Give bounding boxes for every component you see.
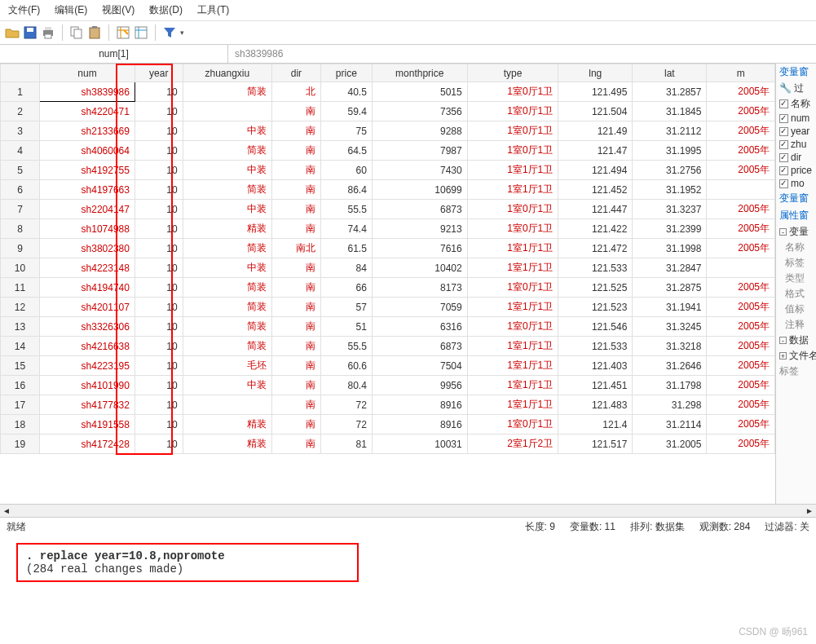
filename-node[interactable]: +文件名 — [776, 348, 816, 364]
cell-m[interactable]: 2005年 — [707, 395, 775, 415]
cell-lat[interactable]: 31.1998 — [633, 239, 707, 258]
col-header-lat[interactable]: lat — [633, 64, 707, 82]
cell-zhuangxiu[interactable]: 中装 — [183, 258, 271, 278]
filter-icon[interactable] — [162, 25, 177, 40]
cell-type[interactable]: 1室0厅1卫 — [467, 219, 558, 239]
cell-m[interactable]: 2005年 — [707, 356, 775, 376]
cell-type[interactable]: 1室1厅1卫 — [467, 337, 558, 356]
cell-price[interactable]: 55.5 — [320, 337, 372, 356]
cell-price[interactable]: 72 — [320, 415, 372, 434]
cell-type[interactable]: 1室0厅1卫 — [467, 82, 558, 102]
cell-lng[interactable]: 121.525 — [558, 278, 633, 298]
cell-monthprice[interactable]: 7059 — [372, 298, 467, 317]
row-number[interactable]: 11 — [1, 278, 40, 298]
paste-icon[interactable] — [87, 25, 102, 40]
print-icon[interactable] — [41, 25, 55, 40]
row-number[interactable]: 19 — [1, 434, 40, 454]
cell-zhuangxiu[interactable]: 简装 — [183, 317, 271, 337]
save-icon[interactable] — [23, 25, 37, 40]
cell-lng[interactable]: 121.533 — [558, 258, 633, 278]
row-number[interactable]: 8 — [1, 219, 40, 239]
cell-m[interactable]: 2005年 — [707, 239, 775, 258]
cell-price[interactable]: 60.6 — [320, 356, 372, 376]
cell-price[interactable]: 55.5 — [320, 200, 372, 219]
cell-num[interactable]: sh2133669 — [40, 121, 135, 141]
cell-year[interactable]: 10 — [135, 337, 183, 356]
data-editor-icon[interactable] — [116, 25, 130, 40]
cell-year[interactable]: 10 — [135, 258, 183, 278]
cell-num[interactable]: sh1074988 — [40, 219, 135, 239]
cell-reference[interactable]: num[1] — [0, 45, 228, 63]
menu-view[interactable]: 视图(V) — [102, 3, 135, 17]
cell-lng[interactable]: 121.422 — [558, 219, 633, 239]
var-check-zhu[interactable]: zhu — [776, 138, 816, 151]
cell-price[interactable]: 80.4 — [320, 376, 372, 395]
cell-lat[interactable]: 31.1845 — [633, 102, 707, 121]
col-header-year[interactable]: year — [135, 64, 183, 82]
cell-m[interactable]: 2005年 — [707, 121, 775, 141]
cell-zhuangxiu[interactable]: 简装 — [183, 82, 271, 102]
filter-input[interactable]: 🔧 过 — [776, 81, 816, 96]
cell-type[interactable]: 1室1厅1卫 — [467, 298, 558, 317]
cell-lat[interactable]: 31.2114 — [633, 415, 707, 434]
cell-zhuangxiu[interactable]: 精装 — [183, 415, 271, 434]
cell-price[interactable]: 84 — [320, 258, 372, 278]
cell-zhuangxiu[interactable]: 精装 — [183, 434, 271, 454]
cell-dir[interactable]: 南 — [272, 337, 321, 356]
cell-lng[interactable]: 121.483 — [558, 395, 633, 415]
var-check-price[interactable]: price — [776, 164, 816, 177]
cell-year[interactable]: 10 — [135, 395, 183, 415]
cell-year[interactable]: 10 — [135, 356, 183, 376]
cell-dir[interactable]: 南 — [272, 141, 321, 161]
cell-num[interactable]: sh4216638 — [40, 337, 135, 356]
menu-edit[interactable]: 编辑(E) — [55, 3, 87, 17]
cell-zhuangxiu[interactable]: 简装 — [183, 180, 271, 200]
cell-m[interactable]: 2005年 — [707, 200, 775, 219]
cell-monthprice[interactable]: 9213 — [372, 219, 467, 239]
cell-price[interactable]: 64.5 — [320, 141, 372, 161]
cell-lat[interactable]: 31.3245 — [633, 317, 707, 337]
cell-price[interactable]: 72 — [320, 395, 372, 415]
data-browse-icon[interactable] — [134, 25, 148, 40]
horizontal-scrollbar[interactable]: ◄ ► — [0, 504, 816, 517]
cell-lng[interactable]: 121.495 — [558, 82, 633, 102]
cell-dir[interactable]: 南 — [272, 356, 321, 376]
cell-num[interactable]: sh4223148 — [40, 258, 135, 278]
cell-lng[interactable]: 121.451 — [558, 376, 633, 395]
cell-zhuangxiu[interactable]: 中装 — [183, 121, 271, 141]
col-header-lng[interactable]: lng — [558, 64, 633, 82]
cell-price[interactable]: 57 — [320, 298, 372, 317]
cell-type[interactable]: 1室1厅1卫 — [467, 180, 558, 200]
cell-type[interactable]: 1室0厅1卫 — [467, 415, 558, 434]
cell-num[interactable]: sh2204147 — [40, 200, 135, 219]
row-number[interactable]: 7 — [1, 200, 40, 219]
open-icon[interactable] — [5, 25, 20, 40]
cell-dir[interactable]: 南 — [272, 434, 321, 454]
cell-dir[interactable]: 南 — [272, 376, 321, 395]
cell-num[interactable]: sh4194740 — [40, 278, 135, 298]
cell-value[interactable]: sh3839986 — [228, 45, 816, 63]
col-header-dir[interactable]: dir — [272, 64, 321, 82]
cell-price[interactable]: 40.5 — [320, 82, 372, 102]
cell-year[interactable]: 10 — [135, 219, 183, 239]
var-check-mo[interactable]: mo — [776, 177, 816, 190]
cell-zhuangxiu[interactable]: 中装 — [183, 161, 271, 180]
cell-dir[interactable]: 南 — [272, 278, 321, 298]
cell-price[interactable]: 60 — [320, 161, 372, 180]
cell-dir[interactable]: 南 — [272, 161, 321, 180]
cell-lat[interactable]: 31.298 — [633, 395, 707, 415]
cell-year[interactable]: 10 — [135, 317, 183, 337]
cell-year[interactable]: 10 — [135, 121, 183, 141]
menu-data[interactable]: 数据(D) — [149, 3, 183, 17]
scroll-left-icon[interactable]: ◄ — [0, 506, 13, 515]
cell-zhuangxiu[interactable]: 精装 — [183, 219, 271, 239]
col-header-zhuangxiu[interactable]: zhuangxiu — [183, 64, 271, 82]
cell-price[interactable]: 74.4 — [320, 219, 372, 239]
data-grid[interactable]: numyearzhuangxiudirpricemonthpricetypeln… — [0, 64, 775, 504]
col-header-monthprice[interactable]: monthprice — [372, 64, 467, 82]
cell-year[interactable]: 10 — [135, 102, 183, 121]
row-number[interactable]: 9 — [1, 239, 40, 258]
cell-year[interactable]: 10 — [135, 82, 183, 102]
cell-type[interactable]: 1室1厅1卫 — [467, 395, 558, 415]
cell-lat[interactable]: 31.1952 — [633, 180, 707, 200]
